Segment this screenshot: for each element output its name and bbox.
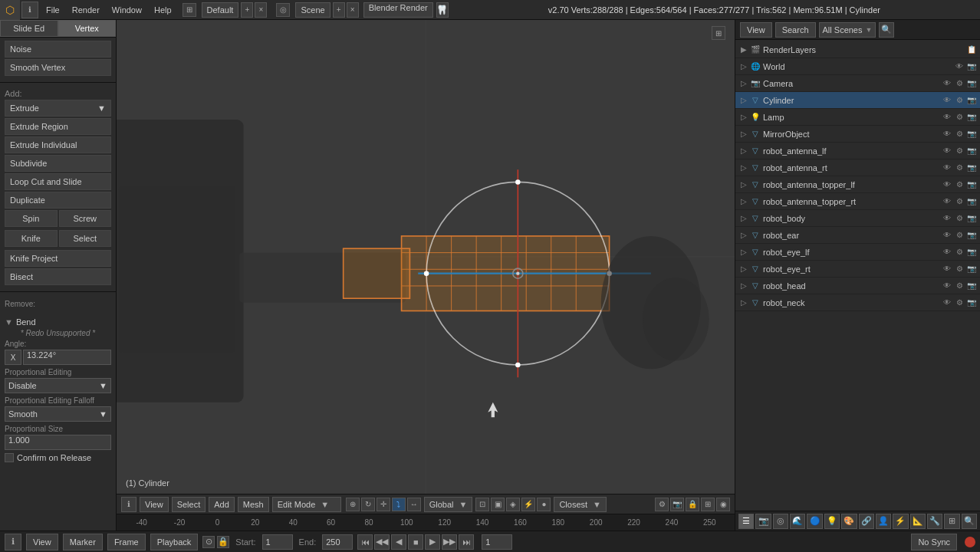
- rp-icon-11[interactable]: 📐: [910, 514, 926, 529]
- vp-right-icon-2[interactable]: 📷: [670, 498, 684, 511]
- vp-rotate-icon[interactable]: ↻: [361, 498, 375, 511]
- smooth-vertex-btn[interactable]: Smooth Vertex: [5, 59, 111, 76]
- rp-icon-14[interactable]: 🔍: [962, 514, 977, 529]
- transport-play-reverse[interactable]: ◀: [391, 534, 406, 550]
- transport-jump-end[interactable]: ⏭: [459, 534, 474, 550]
- rp-icon-6[interactable]: 💡: [824, 514, 840, 529]
- camera-render-icon[interactable]: 📷: [966, 78, 977, 89]
- eye-rt-eye-icon[interactable]: 👁: [942, 264, 952, 274]
- expand-renderlayers[interactable]: ▶: [738, 44, 749, 55]
- camera-settings-icon[interactable]: ⚙: [954, 78, 965, 89]
- subdivide-btn[interactable]: Subdivide: [5, 155, 111, 172]
- mirror-eye-icon[interactable]: 👁: [942, 129, 952, 140]
- noise-btn[interactable]: Noise: [5, 41, 111, 58]
- select-btn[interactable]: Select: [59, 230, 112, 247]
- antenna-rt-settings-icon[interactable]: ⚙: [954, 163, 965, 173]
- topper-rt-settings-icon[interactable]: ⚙: [954, 196, 965, 207]
- expand-robot-neck[interactable]: ▷: [738, 297, 749, 308]
- remove-scene-btn[interactable]: ×: [347, 2, 359, 18]
- camera-eye-icon[interactable]: 👁: [942, 78, 952, 89]
- rp-icon-5[interactable]: 🔵: [807, 514, 822, 529]
- expand-antenna-rt[interactable]: ▷: [738, 163, 749, 173]
- current-frame-input[interactable]: [482, 534, 512, 550]
- vp-right-icon-3[interactable]: 🔒: [686, 498, 699, 511]
- vp-cursor-icon[interactable]: ✛: [377, 498, 390, 511]
- robot-head-eye-icon[interactable]: 👁: [942, 281, 952, 291]
- vp-bend-icon[interactable]: ⤵: [392, 498, 406, 511]
- footer-marker-btn[interactable]: Marker: [63, 534, 103, 550]
- vp-info-icon[interactable]: ℹ: [121, 497, 136, 512]
- info-icon[interactable]: ℹ: [21, 2, 38, 18]
- rp-icon-12[interactable]: 🔧: [927, 514, 942, 529]
- global-dropdown[interactable]: Global ▼: [424, 497, 473, 512]
- tree-item-robot-head[interactable]: ▷ ▽ robot_head 👁 ⚙ 📷: [735, 278, 980, 294]
- vp-globe-icon[interactable]: ⊕: [346, 498, 360, 511]
- vp-right-icon-4[interactable]: ⊞: [701, 498, 715, 511]
- renderlayers-act-icon[interactable]: 📋: [966, 44, 977, 55]
- prop-editing-dropdown[interactable]: Disable ▼: [5, 378, 111, 393]
- screw-btn[interactable]: Screw: [59, 210, 112, 227]
- loop-cut-btn[interactable]: Loop Cut and Slide: [5, 173, 111, 190]
- lamp-eye-icon[interactable]: 👁: [942, 112, 952, 123]
- snap-icon-3[interactable]: ◈: [506, 498, 520, 511]
- snap-icon-2[interactable]: ▣: [491, 498, 505, 511]
- transport-prev-frame[interactable]: ◀◀: [374, 534, 390, 550]
- prop-falloff-dropdown[interactable]: Smooth ▼: [5, 406, 111, 422]
- rp-icon-8[interactable]: 🔗: [859, 514, 874, 529]
- expand-robot-body[interactable]: ▷: [738, 213, 749, 224]
- menu-help[interactable]: Help: [148, 0, 178, 19]
- snap-closest-dropdown[interactable]: Closest ▼: [554, 497, 607, 512]
- add-scene-btn[interactable]: +: [333, 2, 345, 18]
- robot-body-settings-icon[interactable]: ⚙: [954, 213, 965, 224]
- rp-icon-13[interactable]: ⊞: [944, 514, 959, 529]
- scene-icon[interactable]: ◎: [276, 3, 290, 17]
- eye-rt-settings-icon[interactable]: ⚙: [954, 264, 965, 274]
- knife-project-btn[interactable]: Knife Project: [5, 250, 111, 267]
- tree-item-eye-rt[interactable]: ▷ ▽ robot_eye_rt 👁 ⚙ 📷: [735, 261, 980, 278]
- confirm-checkbox[interactable]: [5, 453, 14, 462]
- lamp-settings-icon[interactable]: ⚙: [954, 112, 965, 123]
- menu-window[interactable]: Window: [106, 0, 148, 19]
- tree-item-antenna-lf[interactable]: ▷ ▽ robot_antenna_lf 👁 ⚙ 📷: [735, 143, 980, 159]
- expand-camera[interactable]: ▷: [738, 78, 749, 89]
- tree-item-mirrorobject[interactable]: ▷ ▽ MirrorObject 👁 ⚙ 📷: [735, 126, 980, 143]
- menu-file[interactable]: File: [40, 0, 66, 19]
- expand-mirror[interactable]: ▷: [738, 129, 749, 140]
- nosync-btn[interactable]: No Sync: [911, 534, 957, 550]
- rp-icon-1[interactable]: ☰: [738, 514, 754, 529]
- robot-ear-settings-icon[interactable]: ⚙: [954, 230, 965, 241]
- vp-add-btn[interactable]: Add: [209, 497, 235, 512]
- expand-topper-lf[interactable]: ▷: [738, 179, 749, 190]
- antenna-rt-eye-icon[interactable]: 👁: [942, 163, 952, 173]
- expand-eye-rt[interactable]: ▷: [738, 264, 749, 274]
- robot-head-settings-icon[interactable]: ⚙: [954, 281, 965, 291]
- robot-neck-eye-icon[interactable]: 👁: [942, 297, 952, 308]
- tree-item-cylinder[interactable]: ▷ ▽ Cylinder 👁 ⚙ 📷: [735, 92, 980, 109]
- cylinder-render-icon[interactable]: 📷: [966, 95, 977, 106]
- footer-playback-btn[interactable]: Playback: [150, 534, 199, 550]
- topper-lf-eye-icon[interactable]: 👁: [942, 179, 952, 190]
- footer-icon-1[interactable]: ⊙: [202, 536, 215, 548]
- menu-render[interactable]: Render: [66, 0, 106, 19]
- topper-rt-render-icon[interactable]: 📷: [966, 196, 977, 207]
- expand-antenna-lf[interactable]: ▷: [738, 146, 749, 156]
- duplicate-btn[interactable]: Duplicate: [5, 192, 111, 209]
- footer-icon-2[interactable]: 🔒: [217, 536, 229, 548]
- vp-move-icon[interactable]: ↔: [407, 498, 421, 511]
- footer-view-btn[interactable]: View: [26, 534, 58, 550]
- tree-item-eye-lf[interactable]: ▷ ▽ robot_eye_lf 👁 ⚙ 📷: [735, 244, 980, 261]
- rp-icon-7[interactable]: 🎨: [841, 514, 857, 529]
- prop-size-input[interactable]: 1.000: [5, 435, 111, 450]
- timeline-ruler[interactable]: -40 -20 0 20 40 60 80 100 120 140 160 18…: [117, 514, 735, 531]
- transport-stop[interactable]: ■: [408, 534, 423, 550]
- start-input[interactable]: [262, 534, 293, 550]
- engine-select[interactable]: Blender Render: [363, 2, 433, 18]
- extrude-region-btn[interactable]: Extrude Region: [5, 118, 111, 135]
- tab-vertex[interactable]: Vertex: [58, 20, 117, 37]
- transport-jump-start[interactable]: ⏮: [357, 534, 373, 550]
- axis-x-btn[interactable]: X: [5, 350, 21, 365]
- extrude-dropdown[interactable]: Extrude ▼: [5, 100, 111, 117]
- eye-rt-render-icon[interactable]: 📷: [966, 264, 977, 274]
- antenna-lf-settings-icon[interactable]: ⚙: [954, 146, 965, 156]
- tree-item-renderlayers[interactable]: ▶ 🎬 RenderLayers 📋: [735, 41, 980, 58]
